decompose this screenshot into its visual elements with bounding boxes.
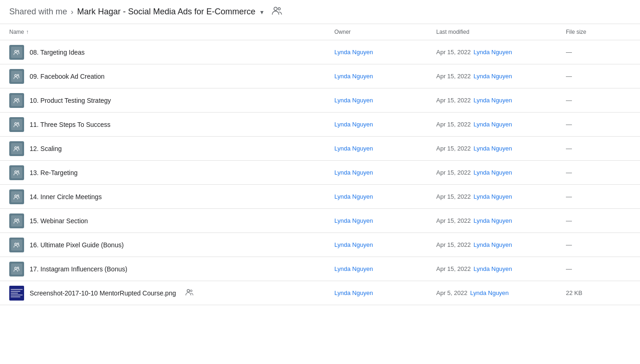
table-row[interactable]: 13. Re-TargetingLynda NguyenApr 15, 2022… <box>0 161 640 185</box>
table-row[interactable]: 09. Facebook Ad CreationLynda NguyenApr … <box>0 64 640 88</box>
file-name-link[interactable]: Screenshot-2017-10-10 MentorRupted Cours… <box>30 289 176 297</box>
folder-icon <box>9 213 24 228</box>
file-size-cell: — <box>566 145 631 152</box>
modified-date: Apr 15, 2022 <box>436 73 471 80</box>
breadcrumb-chevron-icon: › <box>71 8 73 16</box>
svg-point-18 <box>15 243 17 245</box>
svg-point-0 <box>274 7 277 11</box>
modified-cell: Apr 15, 2022Lynda Nguyen <box>436 73 566 80</box>
file-name-link[interactable]: 13. Re-Targeting <box>30 169 78 176</box>
table-row[interactable]: 17. Instagram Influencers (Bonus)Lynda N… <box>0 257 640 281</box>
file-name-cell: Screenshot-2017-10-10 MentorRupted Cours… <box>9 286 334 301</box>
svg-point-19 <box>18 243 19 244</box>
modified-cell: Apr 15, 2022Lynda Nguyen <box>436 49 566 56</box>
folder-icon <box>9 189 24 204</box>
people-icon[interactable] <box>272 6 282 17</box>
file-name-link[interactable]: 10. Product Testing Strategy <box>30 97 111 104</box>
svg-point-1 <box>278 8 280 10</box>
modified-date: Apr 15, 2022 <box>436 193 471 200</box>
file-list: 08. Targeting IdeasLynda NguyenApr 15, 2… <box>0 40 640 305</box>
file-size-cell: 22 KB <box>566 289 631 296</box>
file-name-link[interactable]: 09. Facebook Ad Creation <box>30 73 105 80</box>
svg-point-16 <box>15 219 17 220</box>
file-size-cell: — <box>566 169 631 176</box>
modified-by: Lynda Nguyen <box>473 217 512 224</box>
file-size-cell: — <box>566 49 631 56</box>
modified-date: Apr 15, 2022 <box>436 97 471 104</box>
modified-date: Apr 15, 2022 <box>436 121 471 128</box>
modified-cell: Apr 15, 2022Lynda Nguyen <box>436 265 566 272</box>
file-name-cell: 12. Scaling <box>9 141 334 156</box>
svg-point-22 <box>187 289 189 292</box>
modified-date: Apr 15, 2022 <box>436 241 471 248</box>
file-name-link[interactable]: 12. Scaling <box>30 145 62 152</box>
column-name[interactable]: Name ↑ <box>9 29 334 35</box>
svg-point-10 <box>15 146 17 148</box>
file-name-cell: 11. Three Steps To Success <box>9 117 334 132</box>
sort-arrow-icon: ↑ <box>26 29 29 35</box>
file-name-link[interactable]: 15. Webinar Section <box>30 217 88 225</box>
file-name-cell: 09. Facebook Ad Creation <box>9 69 334 84</box>
column-last-modified[interactable]: Last modified <box>436 29 566 35</box>
owner-cell: Lynda Nguyen <box>334 145 436 152</box>
svg-point-17 <box>18 219 19 220</box>
file-name-cell: 10. Product Testing Strategy <box>9 93 334 108</box>
file-name-link[interactable]: 08. Targeting Ideas <box>30 49 85 56</box>
file-size-cell: — <box>566 73 631 80</box>
file-name-link[interactable]: 11. Three Steps To Success <box>30 121 111 128</box>
folder-icon <box>9 93 24 108</box>
svg-point-23 <box>190 290 192 292</box>
breadcrumb-dropdown-icon[interactable]: ▾ <box>260 8 264 16</box>
file-size-cell: — <box>566 217 631 224</box>
owner-cell: Lynda Nguyen <box>334 121 436 128</box>
modified-date: Apr 15, 2022 <box>436 265 471 272</box>
modified-date: Apr 5, 2022 <box>436 289 467 296</box>
svg-point-14 <box>15 195 17 196</box>
modified-cell: Apr 15, 2022Lynda Nguyen <box>436 121 566 128</box>
owner-cell: Lynda Nguyen <box>334 217 436 224</box>
file-name-cell: 13. Re-Targeting <box>9 165 334 180</box>
folder-icon <box>9 238 24 252</box>
folder-icon <box>9 262 24 276</box>
file-size-cell: — <box>566 121 631 128</box>
svg-point-5 <box>18 74 19 75</box>
modified-date: Apr 15, 2022 <box>436 49 471 56</box>
table-row[interactable]: 10. Product Testing StrategyLynda Nguyen… <box>0 88 640 113</box>
table-row[interactable]: Screenshot-2017-10-10 MentorRupted Cours… <box>0 281 640 305</box>
modified-by: Lynda Nguyen <box>473 265 512 272</box>
svg-point-3 <box>18 50 19 51</box>
file-name-link[interactable]: 14. Inner Circle Meetings <box>30 193 102 201</box>
file-name-cell: 15. Webinar Section <box>9 213 334 228</box>
table-row[interactable]: 11. Three Steps To SuccessLynda NguyenAp… <box>0 113 640 137</box>
table-header: Name ↑ Owner Last modified File size <box>0 24 640 40</box>
file-name-link[interactable]: 17. Instagram Influencers (Bonus) <box>30 265 127 273</box>
modified-date: Apr 15, 2022 <box>436 217 471 224</box>
owner-cell: Lynda Nguyen <box>334 49 436 56</box>
file-name-link[interactable]: 16. Ultimate Pixel Guide (Bonus) <box>30 241 124 249</box>
column-owner[interactable]: Owner <box>334 29 436 35</box>
modified-by: Lynda Nguyen <box>473 49 512 56</box>
table-row[interactable]: 16. Ultimate Pixel Guide (Bonus)Lynda Ng… <box>0 233 640 257</box>
modified-cell: Apr 5, 2022Lynda Nguyen <box>436 289 566 296</box>
file-size-cell: — <box>566 241 631 248</box>
breadcrumb-current-folder: Mark Hagar - Social Media Ads for E-Comm… <box>77 7 255 17</box>
svg-point-2 <box>15 50 17 52</box>
table-row[interactable]: 12. ScalingLynda NguyenApr 15, 2022Lynda… <box>0 137 640 161</box>
owner-cell: Lynda Nguyen <box>334 73 436 80</box>
breadcrumb-shared-with-me[interactable]: Shared with me <box>9 7 67 17</box>
svg-point-8 <box>15 122 17 124</box>
file-thumbnail <box>9 286 24 301</box>
modified-cell: Apr 15, 2022Lynda Nguyen <box>436 145 566 152</box>
file-name-cell: 14. Inner Circle Meetings <box>9 189 334 204</box>
file-name-cell: 16. Ultimate Pixel Guide (Bonus) <box>9 238 334 252</box>
svg-point-11 <box>18 146 19 148</box>
modified-by: Lynda Nguyen <box>473 169 512 176</box>
table-row[interactable]: 08. Targeting IdeasLynda NguyenApr 15, 2… <box>0 40 640 64</box>
table-row[interactable]: 15. Webinar SectionLynda NguyenApr 15, 2… <box>0 209 640 233</box>
table-row[interactable]: 14. Inner Circle MeetingsLynda NguyenApr… <box>0 185 640 209</box>
svg-point-9 <box>18 122 19 124</box>
column-file-size[interactable]: File size <box>566 29 631 35</box>
svg-point-12 <box>15 170 17 172</box>
modified-by: Lynda Nguyen <box>470 289 508 296</box>
svg-point-7 <box>18 98 19 100</box>
